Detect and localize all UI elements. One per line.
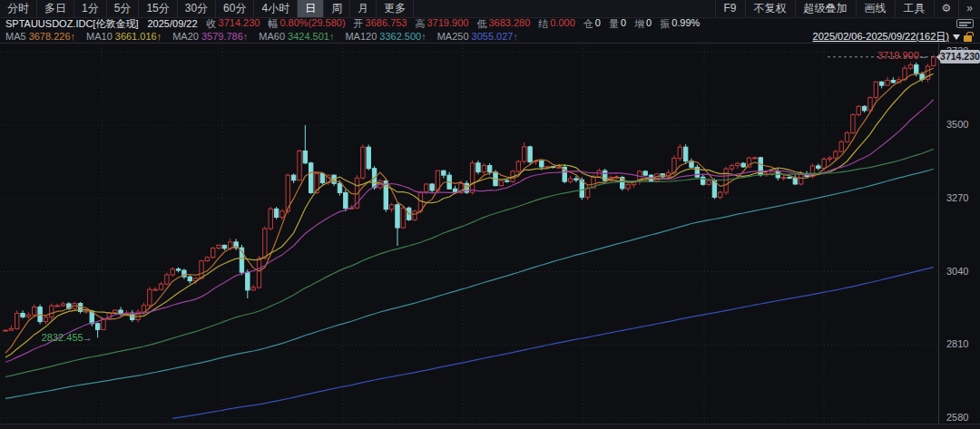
candle-up	[33, 307, 36, 315]
ma-line-MA120	[5, 169, 934, 398]
ma-readout-MA5: MA53678.226↑	[0, 31, 81, 42]
candle-up	[15, 313, 19, 328]
candle-up	[153, 289, 157, 290]
high-annotation-arrow: →	[918, 50, 928, 61]
high-annotation: 3719.900	[877, 50, 919, 61]
last-price-badge: 3714.230	[940, 50, 980, 63]
candle-up	[113, 310, 117, 313]
price-tick-3270: 3270	[946, 192, 968, 203]
chevrons-right-icon[interactable]: »	[958, 0, 980, 17]
candle-up	[171, 269, 174, 275]
candle-up	[719, 192, 722, 197]
chevron-down-icon[interactable]	[953, 34, 960, 40]
candle-down	[788, 178, 791, 179]
ma-line-MA250	[172, 268, 934, 419]
candle-up	[269, 209, 272, 229]
candle-up	[263, 229, 267, 258]
candle-up	[828, 158, 831, 159]
candle-up	[26, 315, 30, 317]
candle-down	[476, 163, 480, 172]
candle-up	[834, 151, 838, 158]
date-range-control[interactable]: 2025/02/06-2025/09/22(162日)	[813, 30, 972, 44]
tab-月[interactable]: 月	[350, 0, 377, 17]
tab-周[interactable]: 周	[324, 0, 350, 17]
candle-down	[176, 269, 180, 270]
tab-60分[interactable]: 60分	[216, 0, 254, 17]
candle-up	[822, 160, 826, 169]
candle-down	[574, 179, 578, 180]
candle-up	[908, 65, 912, 69]
ma-readout-MA250: MA2503055.027↑	[432, 31, 524, 42]
candle-up	[874, 82, 877, 97]
unlock-icon[interactable]	[964, 35, 972, 42]
price-tick-2810: 2810	[946, 338, 968, 349]
candle-down	[320, 173, 324, 182]
candle-down	[246, 272, 250, 290]
candle-up	[678, 147, 681, 158]
tab-多日[interactable]: 多日	[37, 0, 74, 17]
candle-up	[568, 179, 572, 181]
tab-日[interactable]: 日	[298, 0, 324, 17]
candle-down	[741, 163, 745, 167]
tab-分时[interactable]: 分时	[0, 0, 37, 17]
candle-up	[217, 245, 220, 248]
candle-up	[389, 205, 393, 210]
candle-down	[303, 151, 307, 162]
price-axis: 3730350032703040281025803714.230	[939, 43, 980, 424]
candle-down	[683, 147, 687, 161]
candle-up	[401, 208, 405, 228]
candle-up	[730, 166, 733, 170]
candle-up	[851, 114, 855, 132]
period-tabs: 分时多日1分5分15分30分60分4小时日周月更多	[0, 0, 414, 17]
gear-icon[interactable]: ⚙	[934, 0, 959, 17]
toolbar-item-画线[interactable]: 画线	[856, 0, 895, 17]
candle-up	[44, 317, 47, 322]
tab-4小时[interactable]: 4小时	[254, 0, 298, 17]
chart-area[interactable]: 3719.900→2832.455→	[0, 43, 939, 424]
candle-down	[274, 209, 278, 217]
tab-5分[interactable]: 5分	[107, 0, 140, 17]
bottom-border-strip	[0, 424, 980, 429]
toolbar-item-工具[interactable]: 工具	[895, 0, 934, 17]
date-range-label[interactable]: 2025/02/06-2025/09/22(162日)	[813, 30, 949, 44]
toolbar-item-超级叠加[interactable]: 超级叠加	[795, 0, 856, 17]
toolbar-item-不复权[interactable]: 不复权	[745, 0, 795, 17]
price-tick-3040: 3040	[946, 266, 968, 277]
candle-up	[361, 147, 365, 178]
candle-up	[516, 161, 520, 171]
candle-down	[188, 277, 191, 281]
ma-readout-MA120: MA1203362.500↑	[339, 31, 431, 42]
candle-up	[61, 304, 64, 306]
candle-down	[309, 163, 313, 193]
candle-down	[291, 175, 295, 180]
candle-up	[257, 258, 260, 288]
candle-down	[21, 313, 24, 317]
toolbar-item-F9[interactable]: F9	[715, 0, 745, 17]
candle-up	[211, 249, 215, 258]
candle-down	[487, 166, 491, 172]
candle-down	[396, 205, 399, 228]
tab-更多[interactable]: 更多	[377, 0, 414, 17]
candle-down	[891, 80, 895, 82]
candle-down	[528, 147, 532, 162]
ma-values: MA53678.226↑MA103661.016↑MA203579.786↑MA…	[0, 31, 524, 42]
candle-up	[770, 171, 774, 173]
candlestick-chart[interactable]: 3719.900→2832.455→	[0, 44, 939, 424]
quote-date: 2025/09/22	[147, 18, 206, 29]
candle-up	[499, 180, 503, 186]
candle-up	[9, 328, 13, 330]
candle-up	[165, 275, 169, 284]
tab-30分[interactable]: 30分	[178, 0, 216, 17]
ma-readout-MA60: MA603424.501↑	[253, 31, 339, 42]
candle-up	[736, 163, 740, 165]
candle-up	[753, 158, 757, 159]
candle-up	[251, 288, 255, 290]
toolbar-right: F9不复权超级叠加画线工具⚙»	[715, 0, 980, 17]
ma-readout-MA10: MA103661.016↑	[81, 31, 167, 42]
candle-up	[482, 166, 485, 172]
tab-1分[interactable]: 1分	[74, 0, 107, 17]
candle-up	[724, 169, 728, 192]
keyboard-icon[interactable]	[956, 19, 974, 28]
candle-up	[148, 289, 152, 306]
tab-15分[interactable]: 15分	[139, 0, 177, 17]
